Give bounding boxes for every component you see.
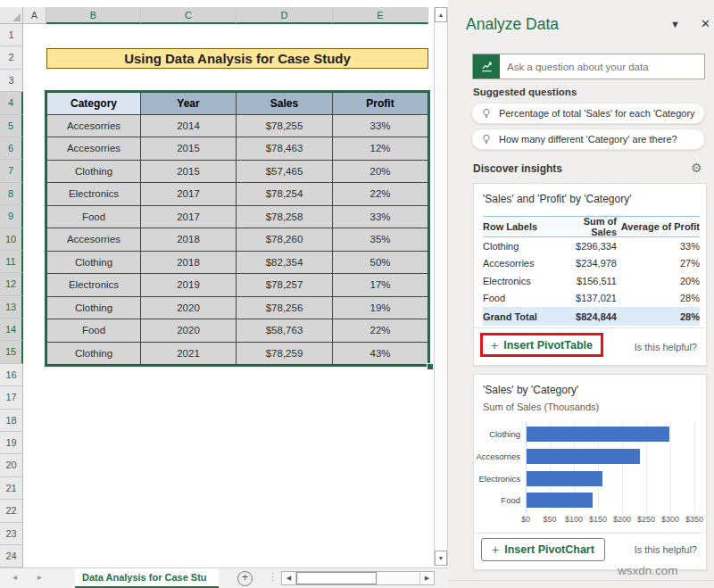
table-cell[interactable]: 22% (333, 319, 428, 343)
table-cell[interactable]: Accesorries (46, 228, 141, 252)
row-header-9[interactable]: 9 (0, 205, 23, 228)
table-header-cell[interactable]: Category (46, 92, 141, 115)
sheet-tab-active[interactable]: Data Analysis for Case Stu (75, 568, 219, 588)
row-header-8[interactable]: 8 (0, 183, 23, 205)
is-this-helpful-link[interactable]: Is this helpful? (635, 342, 697, 352)
table-cell[interactable]: Accesorries (46, 137, 141, 161)
table-cell[interactable]: $78,463 (237, 137, 333, 161)
table-cell[interactable]: 2015 (141, 137, 237, 161)
table-cell[interactable]: Accesorries (46, 115, 141, 138)
table-cell[interactable]: $78,254 (237, 183, 333, 206)
row-header-13[interactable]: 13 (0, 296, 23, 319)
table-cell[interactable]: 2015 (141, 161, 237, 184)
table-cell[interactable]: 17% (333, 274, 428, 297)
new-sheet-button[interactable]: + (237, 571, 253, 586)
horizontal-scroll-thumb[interactable] (296, 572, 377, 584)
table-cell[interactable]: 35% (333, 228, 428, 252)
table-cell[interactable]: 2018 (141, 228, 237, 252)
column-header-E[interactable]: E (333, 7, 428, 24)
table-cell[interactable]: 22% (333, 183, 428, 206)
row-header-21[interactable]: 21 (0, 477, 23, 500)
table-cell[interactable]: Food (46, 206, 141, 229)
horizontal-scrollbar[interactable]: ◀ ▶ (281, 571, 435, 585)
scroll-left-icon[interactable]: ◀ (282, 572, 296, 584)
table-cell[interactable]: Electronics (46, 183, 141, 206)
close-icon[interactable]: ✕ (701, 17, 710, 30)
table-cell[interactable]: 12% (333, 137, 428, 161)
column-header-A[interactable]: A (23, 7, 46, 24)
row-header-6[interactable]: 6 (0, 137, 23, 160)
row-header-11[interactable]: 11 (0, 251, 23, 273)
table-cell[interactable]: $78,259 (237, 343, 333, 366)
table-cell[interactable]: $78,255 (237, 115, 333, 138)
chevron-down-icon[interactable]: ▼ (670, 19, 680, 29)
row-header-12[interactable]: 12 (0, 273, 23, 295)
table-cell[interactable]: 2017 (141, 183, 237, 206)
suggested-question-pill[interactable]: How many different 'Category' are there? (471, 128, 705, 150)
selection-fill-handle[interactable] (427, 363, 434, 370)
row-header-22[interactable]: 22 (0, 500, 23, 522)
table-cell[interactable]: Food (46, 319, 141, 343)
insert-pivotchart-button[interactable]: + Insert PivotChart (481, 538, 605, 561)
table-cell[interactable]: Clothing (46, 297, 141, 320)
scroll-up-icon[interactable]: ▲ (435, 7, 447, 22)
table-cell[interactable]: $78,257 (237, 274, 333, 297)
table-cell[interactable]: 2014 (141, 115, 237, 138)
row-header-17[interactable]: 17 (0, 386, 23, 409)
table-cell[interactable]: 50% (333, 252, 428, 275)
column-header-B[interactable]: B (46, 7, 141, 24)
tab-nav-right-icon[interactable]: ▸ (37, 572, 42, 582)
tab-options-dots-icon[interactable]: ⋮ (268, 571, 278, 583)
row-header-19[interactable]: 19 (0, 432, 23, 454)
row-header-14[interactable]: 14 (0, 319, 23, 341)
table-cell[interactable]: 43% (333, 343, 428, 366)
scroll-down-icon[interactable]: ▼ (435, 551, 447, 566)
table-cell[interactable]: 33% (333, 115, 428, 138)
worksheet-title-cell[interactable]: Using Data Analysis for Case Study (46, 48, 428, 69)
row-header-24[interactable]: 24 (0, 545, 23, 567)
row-header-4[interactable]: 4 (0, 92, 23, 114)
table-cell[interactable]: $78,260 (237, 228, 333, 252)
table-cell[interactable]: Electronics (46, 274, 141, 297)
row-header-18[interactable]: 18 (0, 410, 23, 432)
table-header-cell[interactable]: Profit (333, 92, 428, 115)
insert-pivottable-button[interactable]: Insert PivotTable (503, 339, 593, 352)
table-cell[interactable]: $82,354 (237, 252, 333, 275)
row-header-16[interactable]: 16 (0, 364, 23, 386)
row-header-20[interactable]: 20 (0, 454, 23, 476)
table-cell[interactable]: Clothing (46, 343, 141, 366)
tab-nav-left-icon[interactable]: ◂ (12, 572, 17, 582)
table-cell[interactable]: $57,465 (237, 161, 333, 184)
table-cell[interactable]: 2020 (141, 297, 237, 320)
table-cell[interactable]: 2020 (141, 319, 237, 343)
row-header-15[interactable]: 15 (0, 341, 23, 363)
suggested-question-pill[interactable]: Percentage of total 'Sales' for each 'Ca… (471, 103, 705, 124)
gear-icon[interactable]: ⚙ (691, 161, 702, 175)
select-all-corner[interactable] (0, 7, 23, 24)
column-header-D[interactable]: D (237, 7, 333, 24)
table-cell[interactable]: 2019 (141, 274, 237, 297)
column-header-C[interactable]: C (141, 7, 237, 24)
row-header-1[interactable]: 1 (0, 24, 23, 46)
table-header-cell[interactable]: Sales (237, 92, 333, 115)
search-input[interactable] (500, 54, 704, 79)
table-cell[interactable]: $58,763 (237, 319, 333, 343)
is-this-helpful-link[interactable]: Is this helpful? (635, 544, 697, 555)
row-header-10[interactable]: 10 (0, 228, 23, 251)
vertical-scrollbar[interactable]: ▲ ▼ (434, 7, 448, 566)
row-header-5[interactable]: 5 (0, 115, 23, 137)
row-header-7[interactable]: 7 (0, 160, 23, 182)
row-header-2[interactable]: 2 (0, 46, 23, 69)
table-cell[interactable]: 2017 (141, 206, 237, 229)
table-cell[interactable]: 2021 (141, 343, 237, 366)
table-cell[interactable]: Clothing (46, 252, 141, 275)
row-header-23[interactable]: 23 (0, 523, 23, 545)
table-cell[interactable]: $78,258 (237, 206, 333, 229)
table-cell[interactable]: 2018 (141, 252, 237, 275)
table-cell[interactable]: 20% (333, 161, 428, 184)
scroll-right-icon[interactable]: ▶ (419, 572, 434, 584)
table-header-cell[interactable]: Year (141, 92, 237, 115)
row-header-3[interactable]: 3 (0, 70, 23, 92)
table-cell[interactable]: 19% (333, 297, 428, 320)
table-cell[interactable]: Clothing (46, 161, 141, 184)
